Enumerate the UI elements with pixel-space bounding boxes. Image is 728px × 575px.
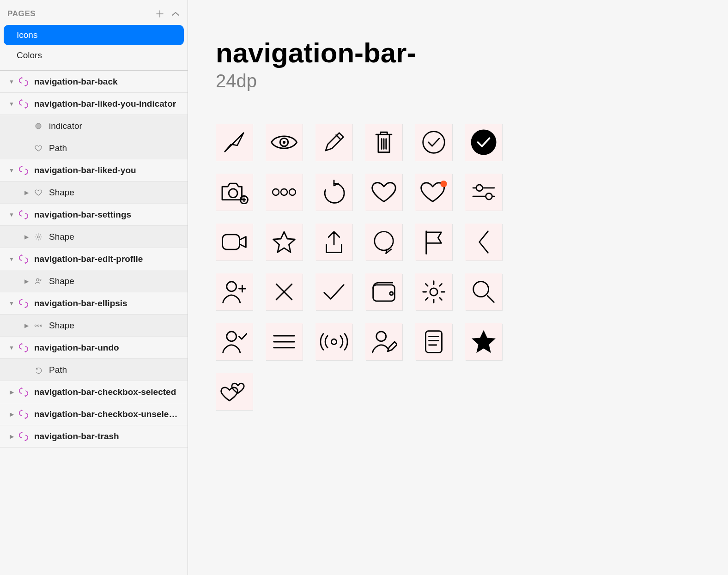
artboard-subtitle: 24dp [216, 71, 700, 91]
video-icon[interactable] [216, 224, 253, 260]
heart-icon[interactable] [365, 174, 402, 211]
svg-point-0 [36, 123, 41, 129]
document-icon[interactable] [415, 323, 452, 360]
svg-point-27 [331, 339, 337, 345]
page-item-icons[interactable]: Icons [4, 25, 184, 45]
send-icon[interactable] [216, 124, 253, 161]
layers-panel: ▼navigation-bar-back▼navigation-bar-like… [0, 71, 188, 575]
gear-icon [33, 232, 43, 242]
svg-point-16 [440, 181, 447, 187]
svg-point-23 [390, 292, 393, 295]
layer-label: Shape [49, 276, 180, 286]
chevron-left-icon[interactable] [465, 224, 502, 260]
eye-icon[interactable] [266, 124, 303, 161]
layer-child-row[interactable]: indicator [0, 115, 188, 137]
search-icon[interactable] [465, 273, 502, 310]
layer-child-row[interactable]: ▶Shape [0, 182, 188, 204]
check-circle-icon[interactable] [415, 124, 452, 161]
layer-label: indicator [49, 121, 180, 131]
edit-pencil-icon[interactable] [315, 124, 352, 161]
layer-child-row[interactable]: ▶Shape [0, 226, 188, 248]
layer-child-row[interactable]: Path [0, 137, 188, 159]
layer-row[interactable]: ▶navigation-bar-checkbox-unselect… [0, 403, 188, 425]
layer-row[interactable]: ▼navigation-bar-liked-you-indicator [0, 93, 188, 115]
disclosure-triangle-icon[interactable]: ▶ [22, 321, 30, 330]
disclosure-triangle-icon[interactable]: ▼ [7, 255, 16, 263]
layer-child-row[interactable]: ▶Shape [0, 315, 188, 337]
add-page-icon[interactable] [155, 9, 164, 18]
dots-icon [33, 321, 43, 331]
check-circle-filled-icon[interactable] [465, 124, 502, 161]
gear-icon[interactable] [415, 273, 452, 310]
heart-icon [33, 188, 43, 198]
hearts-double-icon[interactable] [216, 373, 253, 410]
undo-icon[interactable] [315, 174, 352, 211]
star-filled-icon[interactable] [465, 323, 502, 360]
disclosure-triangle-icon[interactable]: ▶ [7, 432, 16, 441]
disclosure-triangle-icon[interactable]: ▼ [7, 100, 16, 108]
svg-point-15 [289, 189, 296, 195]
symbol-icon [18, 298, 29, 309]
layer-row[interactable]: ▼navigation-bar-ellipsis [0, 292, 188, 315]
svg-point-28 [376, 332, 386, 341]
disclosure-triangle-icon[interactable]: ▶ [22, 188, 30, 197]
svg-point-3 [40, 279, 41, 280]
sidebar: PAGES Icons Colors ▼navigation-bar-back▼… [0, 0, 188, 575]
disclosure-triangle-icon[interactable]: ▶ [7, 410, 16, 418]
disclosure-triangle-icon[interactable]: ▶ [22, 277, 30, 285]
undo-icon [33, 365, 43, 375]
layer-label: Shape [49, 321, 180, 331]
layer-label: navigation-bar-undo [34, 343, 180, 353]
heart-indicator-icon[interactable] [415, 174, 452, 211]
trash-icon[interactable] [365, 124, 402, 161]
canvas[interactable]: navigation-bar- 24dp [188, 0, 728, 575]
close-x-icon[interactable] [266, 273, 303, 310]
svg-point-5 [37, 325, 39, 326]
disclosure-triangle-icon[interactable]: ▶ [22, 233, 30, 241]
svg-point-1 [37, 236, 40, 238]
disclosure-triangle-icon[interactable]: ▼ [7, 211, 16, 219]
menu-lines-icon[interactable] [266, 323, 303, 360]
layer-label: Path [49, 143, 180, 153]
circle-icon [33, 121, 43, 131]
layer-child-row[interactable]: ▶Shape [0, 270, 188, 292]
layer-row[interactable]: ▼navigation-bar-settings [0, 204, 188, 226]
star-outline-icon[interactable] [266, 224, 303, 260]
pages-list: Icons Colors [0, 25, 188, 70]
layer-child-row[interactable]: Path [0, 359, 188, 381]
wallet-icon[interactable] [365, 273, 402, 310]
symbol-icon [18, 77, 29, 87]
disclosure-triangle-icon[interactable]: ▶ [7, 388, 16, 396]
broadcast-icon[interactable] [315, 323, 352, 360]
layer-row[interactable]: ▼navigation-bar-edit-profile [0, 248, 188, 270]
camera-add-icon[interactable] [216, 174, 253, 211]
layer-label: navigation-bar-liked-you [34, 165, 180, 176]
layer-label: Path [49, 365, 180, 375]
layer-row[interactable]: ▶navigation-bar-trash [0, 425, 188, 448]
disclosure-triangle-icon[interactable]: ▼ [7, 78, 16, 86]
svg-rect-29 [426, 331, 442, 353]
layer-label: navigation-bar-checkbox-selected [34, 387, 180, 397]
layer-row[interactable]: ▼navigation-bar-undo [0, 337, 188, 359]
collapse-pages-icon[interactable] [171, 9, 180, 18]
disclosure-triangle-icon[interactable]: ▼ [7, 166, 16, 175]
person-add-icon[interactable] [216, 273, 253, 310]
chat-icon[interactable] [365, 224, 402, 260]
share-up-icon[interactable] [315, 224, 352, 260]
disclosure-triangle-icon[interactable]: ▼ [7, 299, 16, 308]
layer-row[interactable]: ▶navigation-bar-checkbox-selected [0, 381, 188, 403]
layer-label: navigation-bar-ellipsis [34, 298, 180, 309]
svg-point-9 [423, 132, 445, 153]
disclosure-triangle-icon[interactable]: ▼ [7, 344, 16, 352]
layer-row[interactable]: ▼navigation-bar-liked-you [0, 159, 188, 182]
checkmark-icon[interactable] [315, 273, 352, 310]
layer-label: Shape [49, 188, 180, 198]
flag-icon[interactable] [415, 224, 452, 260]
layer-row[interactable]: ▼navigation-bar-back [0, 71, 188, 93]
sliders-icon[interactable] [465, 174, 502, 211]
person-edit-icon[interactable] [365, 323, 402, 360]
page-item-colors[interactable]: Colors [4, 45, 184, 66]
person-check-icon[interactable] [216, 323, 253, 360]
ellipsis-icon[interactable] [266, 174, 303, 211]
person-icon [33, 276, 43, 286]
